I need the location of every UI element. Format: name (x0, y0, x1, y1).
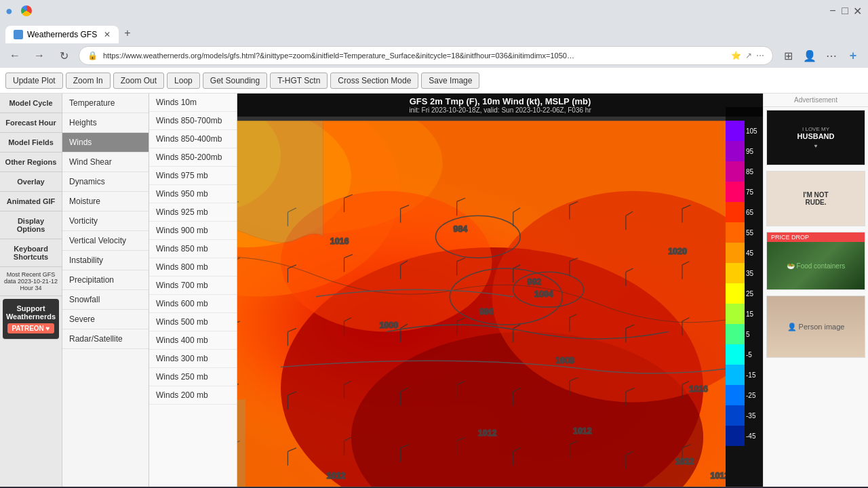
tab-close-button[interactable]: ✕ (104, 30, 111, 39)
reload-button[interactable]: ↻ (54, 46, 73, 65)
map-area[interactable]: GFS 2m Tmp (F), 10m Wind (kt), MSLP (mb)… (237, 94, 763, 487)
scale-label-55: 55 (746, 229, 753, 237)
field-severe[interactable]: Severe (62, 310, 149, 329)
svg-text:1016: 1016 (330, 237, 349, 246)
scale-label-neg25: -25 (746, 392, 755, 399)
url-bar[interactable]: 🔒 https://www.weathernerds.org/models/gf… (79, 46, 773, 65)
ad-box-2[interactable]: I'M NOTRUDE. (766, 171, 865, 226)
svg-text:996: 996 (479, 307, 494, 317)
field-wind-shear[interactable]: Wind Shear (62, 152, 149, 172)
wind-850mb[interactable]: Winds 850 mb (149, 240, 237, 258)
wind-300mb[interactable]: Winds 300 mb (149, 350, 237, 368)
main-content: Model Cycle Forecast Hour Model Fields O… (0, 94, 868, 487)
field-vorticity[interactable]: Vorticity (62, 211, 149, 231)
wind-975mb[interactable]: Winds 975 mb (149, 167, 237, 185)
field-winds[interactable]: Winds (62, 133, 149, 152)
wind-850-700mb[interactable]: Winds 850-700mb (149, 112, 237, 130)
minimize-button[interactable]: − (827, 5, 838, 16)
update-plot-button[interactable]: Update Plot (5, 73, 63, 89)
maximize-button[interactable]: □ (840, 5, 850, 16)
field-radar-satellite[interactable]: Radar/Satellite (62, 329, 149, 349)
wind-700mb[interactable]: Winds 700 mb (149, 277, 237, 295)
field-temperature[interactable]: Temperature (62, 94, 149, 113)
patreon-button[interactable]: PATREON ♥ (7, 323, 54, 333)
ad-box-1[interactable]: I LOVE MY HUSBAND ♥ (766, 110, 865, 165)
url-text: https://www.weathernerds.org/models/gfs.… (103, 52, 578, 60)
scale-label-15: 15 (746, 310, 753, 318)
field-vertical-velocity[interactable]: Vertical Velocity (62, 231, 149, 251)
ad-panel: Advertisement I LOVE MY HUSBAND ♥ I'M NO… (763, 94, 868, 487)
wind-600mb[interactable]: Winds 600 mb (149, 295, 237, 313)
chrome-icon (21, 5, 32, 16)
scale-label-65: 65 (746, 209, 753, 216)
t-hgt-sctn-button[interactable]: T-HGT Sctn (270, 73, 328, 89)
close-button[interactable]: ✕ (852, 5, 863, 16)
svg-text:984: 984 (453, 224, 467, 234)
new-tab-button[interactable]: + (119, 23, 136, 43)
menu-button[interactable]: ⋯ (822, 46, 841, 65)
field-dynamics[interactable]: Dynamics (62, 172, 149, 192)
sidebar-item-keyboard-shortcuts[interactable]: Keyboard Shortcuts (0, 239, 62, 267)
sidebar-item-display-options[interactable]: Display Options (0, 211, 62, 239)
support-weathernerds[interactable]: Support Weathernerds PATREON ♥ (3, 299, 59, 340)
wind-250mb[interactable]: Winds 250 mb (149, 368, 237, 386)
ad-box-3[interactable]: PRICE DROP 🥗 Food containers (766, 232, 865, 290)
svg-text:1000: 1000 (379, 321, 398, 330)
save-image-button[interactable]: Save Image (421, 73, 479, 89)
zoom-in-button[interactable]: Zoom In (66, 73, 111, 89)
browser-right-icons: ⊞ 👤 ⋯ + (778, 46, 863, 65)
field-snowfall[interactable]: Snowfall (62, 290, 149, 310)
cross-section-button[interactable]: Cross Section Mode (330, 73, 418, 89)
sidebar-item-overlay[interactable]: Overlay (0, 172, 62, 192)
map-subtitle: init: Fri 2023-10-20-18Z, valid: Sun 202… (243, 106, 757, 114)
profile-button[interactable]: 👤 (800, 46, 819, 65)
wind-950mb[interactable]: Winds 950 mb (149, 185, 237, 203)
wind-200mb[interactable]: Winds 200 mb (149, 386, 237, 405)
get-sounding-button[interactable]: Get Sounding (203, 73, 267, 89)
tab-bar: Weathernerds GFS ✕ + (0, 22, 868, 43)
ad-shirt-black: I LOVE MY HUSBAND ♥ (767, 110, 865, 165)
scale-label-85: 85 (746, 168, 753, 176)
svg-text:1004: 1004 (534, 289, 553, 299)
main-toolbar: Update Plot Zoom In Zoom Out Loop Get So… (0, 68, 868, 94)
field-heights[interactable]: Heights (62, 113, 149, 133)
active-tab[interactable]: Weathernerds GFS ✕ (5, 26, 119, 43)
sidebar-item-forecast-hour[interactable]: Forecast Hour (0, 113, 62, 133)
edge-plus-button[interactable]: + (844, 46, 863, 65)
loop-button[interactable]: Loop (167, 73, 200, 89)
ad-label: Advertisement (764, 94, 868, 107)
field-moisture[interactable]: Moisture (62, 192, 149, 211)
wind-500mb[interactable]: Winds 500 mb (149, 313, 237, 331)
sidebar-item-animated-gif[interactable]: Animated GIF (0, 192, 62, 211)
scale-label-5: 5 (746, 331, 750, 338)
svg-text:1012: 1012 (327, 471, 346, 481)
extensions-button[interactable]: ⊞ (778, 46, 797, 65)
scale-label-25: 25 (746, 290, 753, 298)
sidebar-item-other-regions[interactable]: Other Regions (0, 152, 62, 172)
field-instability[interactable]: Instability (62, 251, 149, 270)
svg-text:992: 992 (528, 277, 542, 287)
svg-text:1016: 1016 (689, 384, 708, 394)
svg-text:1012: 1012 (478, 428, 497, 438)
wind-800mb[interactable]: Winds 800 mb (149, 258, 237, 277)
wind-900mb[interactable]: Winds 900 mb (149, 222, 237, 240)
forward-button[interactable]: → (30, 46, 49, 65)
back-button[interactable]: ← (5, 46, 24, 65)
wind-850-400mb[interactable]: Winds 850-400mb (149, 130, 237, 148)
scale-label-neg15: -15 (746, 371, 755, 379)
ad-box-4[interactable]: 👤 Person image (766, 296, 865, 358)
svg-text:1008: 1008 (555, 356, 574, 365)
wind-10m[interactable]: Winds 10m (149, 94, 237, 112)
sidebar-item-model-fields[interactable]: Model Fields (0, 133, 62, 152)
wind-400mb[interactable]: Winds 400 mb (149, 331, 237, 350)
wind-925mb[interactable]: Winds 925 mb (149, 203, 237, 222)
field-precipitation[interactable]: Precipitation (62, 270, 149, 290)
zoom-out-button[interactable]: Zoom Out (113, 73, 164, 89)
wind-850-200mb[interactable]: Winds 850-200mb (149, 148, 237, 167)
map-visualization: 984 992 996 1000 1004 1008 1012 1016 (237, 121, 726, 487)
sidebar: Model Cycle Forecast Hour Model Fields O… (0, 94, 62, 487)
sidebar-item-model-cycle[interactable]: Model Cycle (0, 94, 62, 113)
ad-food-image: 🥗 Food containers (767, 242, 865, 289)
window-controls[interactable]: ● (5, 4, 13, 18)
ad-shirt-white: I'M NOTRUDE. (767, 171, 865, 226)
